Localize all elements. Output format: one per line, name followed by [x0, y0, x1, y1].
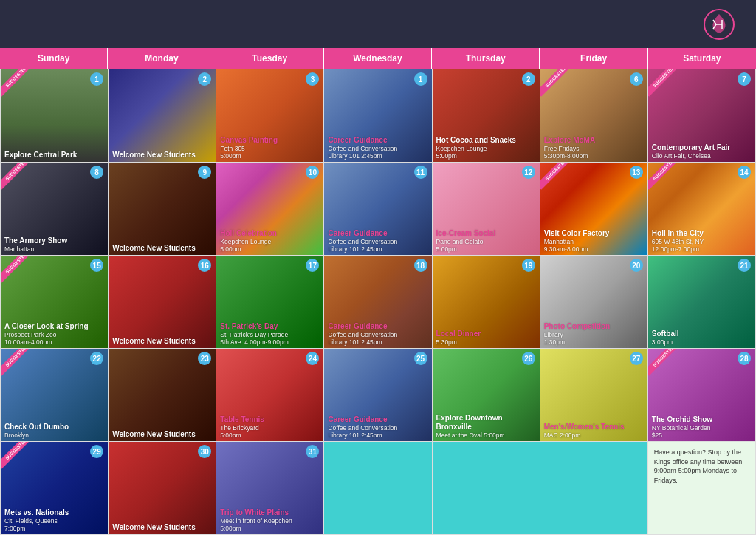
cell-info: St. Patrick's DaySt. Patrick's Day Parad… — [216, 320, 323, 348]
calendar-cell: 27Men's/Women's TennisMAC 2:00pm — [540, 349, 648, 442]
suggested-ribbon: SUGGESTED — [648, 69, 684, 97]
day-headers: SundayMondayTuesdayWednesdayThursdayFrid… — [0, 48, 756, 69]
cell-number: 16 — [198, 259, 211, 272]
cell-subtitle: Clio Art Fair, Chelsea — [652, 152, 752, 160]
cell-title: Mets vs. Nationals — [4, 508, 104, 517]
cell-number: 30 — [198, 445, 211, 458]
cell-number: 21 — [738, 259, 751, 272]
calendar-cell: 24Table TennisThe Brickyard 5:00pm — [216, 349, 324, 442]
cell-title: Explore Downtown Bronxville — [436, 414, 536, 432]
suggested-ribbon: SUGGESTED — [648, 163, 684, 190]
suggested-ribbon: SUGGESTED — [1, 442, 36, 469]
cell-info: Welcome New Students — [109, 335, 216, 348]
cell-info: Contemporary Art FairClio Art Fair, Chel… — [648, 141, 755, 162]
calendar-cell: 16Welcome New Students — [109, 256, 216, 349]
cell-info: Welcome New Students — [109, 149, 216, 162]
cell-info: The Armory ShowManhattan — [1, 234, 108, 255]
calendar-cell: SUGGESTED22Check Out DumboBrooklyn — [1, 349, 109, 442]
cell-number: 8 — [90, 166, 103, 179]
suggested-ribbon: SUGGESTED — [1, 256, 36, 283]
cell-title: Softball — [652, 330, 752, 338]
cell-number: 25 — [414, 352, 427, 365]
day-header-friday: Friday — [540, 48, 647, 69]
cell-number: 1 — [90, 72, 103, 86]
kings-logo-icon — [703, 8, 735, 41]
cell-info: Career GuidanceCoffee and Conversation L… — [324, 134, 431, 162]
cell-number: 29 — [90, 445, 103, 458]
calendar-cell: 20Photo CompetitionLibrary 1:30pm — [540, 256, 648, 349]
calendar-cell: SUGGESTED14Holi in the City605 W 48th St… — [648, 163, 756, 256]
calendar-cell: SUGGESTED8The Armory ShowManhattan — [1, 163, 109, 256]
cell-number: 17 — [306, 259, 319, 272]
cell-number: 6 — [630, 72, 643, 86]
cell-title: Welcome New Students — [112, 523, 212, 532]
header — [0, 0, 756, 48]
cell-number: 22 — [90, 352, 103, 365]
cell-subtitle: Citi Fields, Queens 7:00pm — [4, 517, 104, 532]
cell-info: Welcome New Students — [109, 428, 216, 441]
cell-info: Men's/Women's TennisMAC 2:00pm — [540, 420, 647, 441]
cell-title: A Closer Look at Spring — [4, 322, 104, 331]
cell-info: Softball3:00pm — [648, 327, 755, 348]
calendar-cell: 17St. Patrick's DaySt. Patrick's Day Par… — [216, 256, 324, 349]
suggested-ribbon: SUGGESTED — [1, 69, 36, 97]
cell-subtitle: Manhattan 9:30am-8:00pm — [544, 238, 644, 253]
cell-title: Canvas Painting — [220, 136, 320, 145]
calendar-cell: 2Welcome New Students — [109, 69, 216, 163]
cell-title: Holi in the City — [652, 229, 752, 238]
calendar-cell: 10Holi CelebrationKoepchen Lounge 5:00pm — [216, 163, 324, 256]
cell-number: 24 — [306, 352, 319, 365]
calendar-cell: SUGGESTED7Contemporary Art FairClio Art … — [648, 69, 756, 163]
calendar-cell: 2Hot Cocoa and SnacksKoepchen Lounge 5:0… — [433, 69, 540, 163]
cell-title: The Armory Show — [4, 236, 104, 245]
cell-title: Holi Celebration — [220, 229, 320, 238]
cell-subtitle: NY Botanical Garden $25 — [652, 424, 752, 439]
calendar-cell: 19Local Dinner5:30pm — [433, 256, 540, 349]
cell-subtitle: Prospect Park Zoo 10:00am-4:00pm — [4, 331, 104, 346]
cell-info: Mets vs. NationalsCiti Fields, Queens 7:… — [1, 506, 108, 534]
calendar-cell: 31Trip to White PlainsMeet in front of K… — [216, 442, 324, 535]
cell-number: 31 — [306, 445, 319, 458]
cell-number: 2 — [198, 72, 211, 86]
calendar-cell — [324, 442, 432, 535]
calendar-cell: 1Career GuidanceCoffee and Conversation … — [324, 69, 432, 163]
cell-info: Photo CompetitionLibrary 1:30pm — [540, 320, 647, 348]
cell-title: Local Dinner — [436, 330, 536, 338]
calendar-cell: SUGGESTED6Explore MoMAFree Fridays 5:30p… — [540, 69, 648, 163]
cell-subtitle: MAC 2:00pm — [544, 432, 644, 439]
calendar-cell: 18Career GuidanceCoffee and Conversation… — [324, 256, 432, 349]
day-header-thursday: Thursday — [432, 48, 540, 69]
cell-info: Welcome New Students — [109, 242, 216, 255]
cell-subtitle: 605 W 48th St, NY 12:00pm-7:00pm — [652, 238, 752, 253]
calendar-cell: 26Explore Downtown BronxvilleMeet at the… — [433, 349, 540, 442]
cell-subtitle: Koepchen Lounge 5:00pm — [436, 145, 536, 160]
cell-number: 20 — [630, 259, 643, 272]
calendar-cell: SUGGESTED13Visit Color FactoryManhattan … — [540, 163, 648, 256]
day-header-wednesday: Wednesday — [324, 48, 432, 69]
calendar-cell: 11Career GuidanceCoffee and Conversation… — [324, 163, 432, 256]
cell-title: Ice-Cream Social — [436, 229, 536, 238]
cell-info: Explore Central Park — [1, 149, 108, 162]
day-header-sunday: Sunday — [0, 48, 108, 69]
cell-title: Hot Cocoa and Snacks — [436, 136, 536, 145]
cell-subtitle: Coffee and Conversation Library 101 2:45… — [328, 331, 427, 346]
cell-number: 15 — [90, 259, 103, 272]
logo-area — [703, 8, 741, 41]
cell-info: Local Dinner5:30pm — [433, 327, 540, 348]
calendar-cell: 25Career GuidanceCoffee and Conversation… — [324, 349, 432, 442]
cell-subtitle: Brooklyn — [4, 432, 104, 439]
suggested-ribbon: SUGGESTED — [540, 163, 576, 190]
cell-subtitle: Feth 305 5:00pm — [220, 145, 320, 160]
suggested-ribbon: SUGGESTED — [1, 349, 36, 376]
cell-number: 1 — [414, 72, 427, 86]
calendar-cell: SUGGESTED15A Closer Look at SpringProspe… — [1, 256, 109, 349]
cell-title: Trip to White Plains — [220, 508, 320, 517]
suggested-ribbon: SUGGESTED — [648, 349, 684, 376]
cell-subtitle: 5:30pm — [436, 338, 536, 346]
suggested-ribbon: SUGGESTED — [1, 163, 36, 190]
cell-subtitle: Manhattan — [4, 245, 104, 253]
calendar-cell: Have a question? Stop by the Kings offic… — [648, 442, 756, 535]
calendar-cell: 21Softball3:00pm — [648, 256, 756, 349]
calendar-cell: 9Welcome New Students — [109, 163, 216, 256]
cell-title: Career Guidance — [328, 415, 427, 424]
